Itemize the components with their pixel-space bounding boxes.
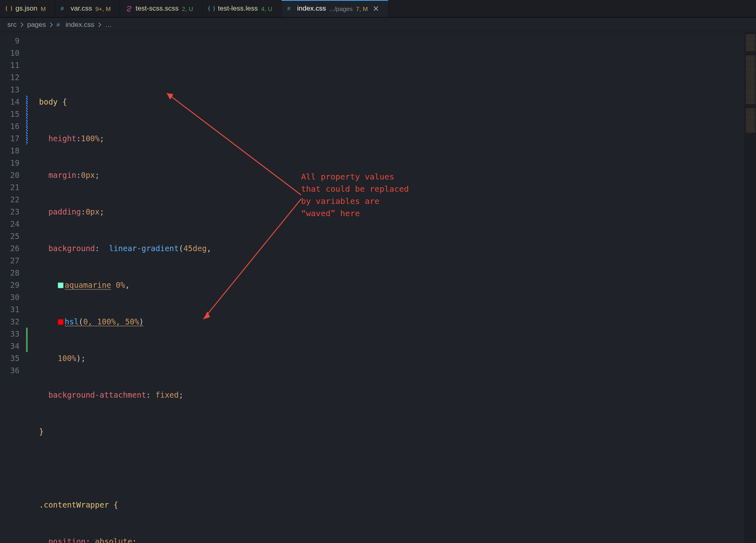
tab-test-less[interactable]: test-less.less 4, U (203, 0, 282, 17)
tab-path: .../pages (329, 5, 353, 12)
tab-index-css[interactable]: # index.css .../pages 7, M (282, 0, 389, 17)
chevron-right-icon (48, 22, 54, 28)
line-number: 25 (0, 230, 20, 242)
line-number: 34 (0, 340, 20, 352)
svg-text:#: # (287, 5, 291, 12)
gutter-decorations (25, 32, 28, 543)
crumb-more[interactable]: … (105, 21, 112, 29)
line-number: 20 (0, 169, 20, 181)
tab-name: gs.json (15, 4, 37, 13)
tab-name: test-less.less (218, 4, 258, 13)
line-number: 12 (0, 71, 20, 83)
css-icon: # (57, 22, 63, 28)
added-marker (26, 340, 28, 352)
line-number: 23 (0, 206, 20, 218)
color-swatch-hsl-red[interactable] (58, 319, 63, 325)
breadcrumb[interactable]: src pages # index.css … (0, 18, 756, 32)
line-number: 13 (0, 83, 20, 96)
minimap[interactable] (745, 32, 756, 543)
modified-marker (26, 120, 28, 132)
tab-var-css[interactable]: # var.css 9+, M (55, 0, 120, 17)
svg-text:#: # (61, 5, 64, 12)
line-number: 14 (0, 96, 20, 108)
line-number: 18 (0, 145, 20, 157)
tab-name: index.css (297, 4, 326, 13)
line-number: 21 (0, 181, 20, 193)
line-number: 28 (0, 267, 20, 279)
line-number: 33 (0, 328, 20, 340)
crumb-src[interactable]: src (7, 21, 17, 29)
less-icon (208, 5, 215, 12)
tab-name: test-scss.scss (135, 4, 179, 13)
chevron-right-icon (97, 22, 103, 28)
chevron-right-icon (19, 22, 25, 28)
line-number: 24 (0, 218, 20, 230)
line-number: 22 (0, 193, 20, 206)
code-area[interactable]: body { height:100%; margin:0px; padding:… (28, 32, 745, 543)
modified-marker (26, 132, 28, 145)
color-swatch-aquamarine[interactable] (58, 282, 63, 288)
crumb-pages[interactable]: pages (27, 21, 46, 29)
line-number: 32 (0, 315, 20, 328)
line-number: 29 (0, 279, 20, 291)
css-icon: # (61, 5, 67, 12)
tab-badge: 4, U (261, 5, 273, 12)
line-number: 31 (0, 303, 20, 315)
tab-badge: M (41, 5, 46, 12)
line-number: 35 (0, 352, 20, 364)
svg-text:#: # (57, 22, 60, 28)
line-number: 11 (0, 59, 20, 71)
editor[interactable]: 9101112131415161718192021222324252627282… (0, 32, 756, 543)
scss-icon (126, 5, 132, 12)
line-number: 16 (0, 120, 20, 132)
modified-marker (26, 96, 28, 108)
line-gutter: 9101112131415161718192021222324252627282… (0, 32, 25, 543)
line-number: 10 (0, 47, 20, 59)
tab-badge: 2, U (182, 5, 193, 12)
tab-badge: 9+, M (95, 5, 111, 12)
line-number: 15 (0, 108, 20, 120)
modified-marker (26, 108, 28, 120)
css-icon: # (287, 5, 294, 12)
line-number: 36 (0, 364, 20, 377)
close-icon[interactable] (373, 5, 379, 12)
crumb-file[interactable]: index.css (66, 21, 94, 29)
line-number: 17 (0, 132, 20, 145)
line-number: 9 (0, 35, 20, 47)
line-number: 19 (0, 157, 20, 169)
tab-test-scss[interactable]: test-scss.scss 2, U (120, 0, 202, 17)
tab-gs-json[interactable]: gs.json M (0, 0, 55, 17)
tab-badge: 7, M (356, 5, 368, 12)
line-number: 26 (0, 242, 20, 254)
line-number: 30 (0, 291, 20, 303)
tab-name: var.css (70, 4, 92, 13)
added-marker (26, 328, 28, 340)
tab-bar: gs.json M # var.css 9+, M test-scss.scss… (0, 0, 756, 18)
line-number: 27 (0, 254, 20, 267)
json-icon (6, 5, 12, 12)
